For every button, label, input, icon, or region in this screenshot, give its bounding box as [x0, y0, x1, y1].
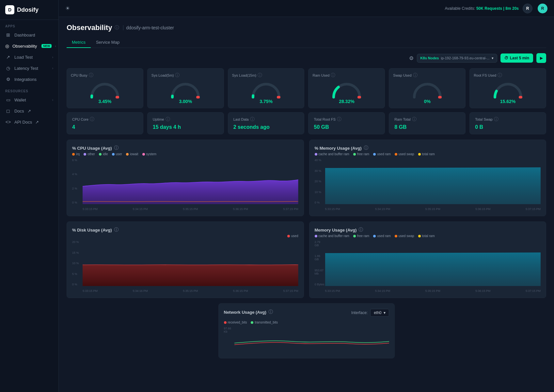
cluster-name: ddosify-arm-test-cluster — [123, 25, 174, 30]
sidebar-item-latency-test[interactable]: ◷Latency Test› — [0, 63, 58, 74]
sidebar-item-docs[interactable]: ◻Docs↗ — [0, 105, 58, 116]
sidebar-item-observability[interactable]: ◎ObservabilityNEW› — [0, 40, 58, 52]
total-swap-info-icon[interactable]: ⓘ — [494, 116, 499, 122]
info-card-last-data: Last Data ⓘ2 seconds ago — [228, 112, 305, 134]
interface-dropdown[interactable]: eth0 ▾ — [370, 309, 389, 317]
arrow-icon-load-test: › — [52, 55, 53, 59]
memory-abs-legend: cache and buffer ramfree ramused ramused… — [315, 234, 541, 238]
network-chart-body — [234, 327, 389, 346]
disk-chart-title: % Disk Usage (Avg) ⓘ — [72, 227, 298, 233]
received-dot — [224, 321, 227, 324]
cpu-busy-info-icon[interactable]: ⓘ — [89, 72, 93, 78]
tab-metrics[interactable]: Metrics — [67, 37, 91, 48]
gauge-card-sys-load-5m: Sys Load(5m) ⓘ3.00% — [147, 68, 224, 108]
cpu-chart-info-icon[interactable]: ⓘ — [114, 145, 119, 151]
gauge-value-swap-used: 0% — [424, 99, 431, 104]
sidebar-item-label-api-docs: API Docs — [14, 120, 32, 125]
dot-free ram — [353, 153, 356, 156]
gauge-row: CPU Busy ⓘ3.45%Sys Load(5m) ⓘ3.00%Sys Lo… — [67, 68, 546, 108]
sidebar-item-label-integrations: Integrations — [14, 77, 37, 82]
sidebar-item-wallet[interactable]: ▭Wallet› — [0, 94, 58, 105]
node-selector[interactable]: K8s Nodes ip-192-168-79-93.eu-central-..… — [417, 54, 497, 63]
dot-iowait — [126, 153, 129, 156]
sidebar-item-dashboard[interactable]: ⊞Dashboard — [0, 29, 58, 40]
memory-abs-xaxis: 5:33:15 PM 5:34:15 PM 5:35:15 PM 5:36:15… — [325, 289, 541, 293]
interface-selector: Interface: eth0 ▾ — [351, 309, 389, 317]
memory-abs-info-icon[interactable]: ⓘ — [358, 227, 363, 233]
network-info-icon[interactable]: ⓘ — [268, 309, 273, 315]
sidebar-item-integrations[interactable]: ⚙Integrations — [0, 74, 58, 85]
play-button[interactable]: ▶ — [536, 53, 546, 63]
mem-abs-legend-used-swap: used swap — [395, 234, 414, 238]
gauge-card-ram-used: Ram Used ⓘ28.32% — [308, 68, 385, 108]
gauge-value-root-fs-used: 15.62% — [500, 99, 515, 104]
cpu-chart-title: % CPU Usage (Avg) ⓘ — [72, 145, 298, 151]
memory-pct-chart-info-icon[interactable]: ⓘ — [364, 145, 368, 151]
tab-service-map[interactable]: Service Map — [91, 37, 125, 48]
node-selector-label: K8s Nodes — [420, 56, 439, 60]
last-data-info-icon[interactable]: ⓘ — [250, 116, 255, 122]
gauge-value-sys-load-15m: 3.75% — [260, 99, 273, 104]
page-info-icon[interactable]: ⓘ — [115, 25, 119, 31]
sidebar-item-label-wallet: Wallet — [14, 98, 26, 102]
gauge-svg-swap-used — [411, 81, 444, 99]
charts-row-1: % CPU Usage (Avg) ⓘ irqotheridleuseriowa… — [67, 140, 546, 216]
ram-used-info-icon[interactable]: ⓘ — [331, 72, 335, 78]
info-card-uptime: Uptime ⓘ15 days 4 h — [147, 112, 224, 134]
transmitted-dot — [251, 321, 253, 324]
time-range-button[interactable]: ⏱ Last 5 min — [500, 53, 533, 63]
disk-xaxis: 5:33:15 PM 5:34:16 PM 5:35:15 PM 5:36:15… — [83, 289, 298, 293]
cpu-chart-svg — [83, 158, 298, 204]
network-yaxis: 97.66 Kb — [224, 327, 234, 346]
sun-icon[interactable]: ☀ — [65, 5, 70, 11]
external-link-icon-api-docs: ↗ — [35, 120, 39, 125]
uptime-info-icon[interactable]: ⓘ — [166, 116, 170, 122]
ram-total-info-icon[interactable]: ⓘ — [412, 116, 417, 122]
settings-button[interactable]: ⚙ — [409, 55, 414, 61]
cpu-legend-system: system — [142, 152, 157, 156]
disk-yaxis: 20 % 15 % 10 % 5 % 0 % — [72, 240, 82, 286]
root-fs-used-info-icon[interactable]: ⓘ — [498, 72, 502, 78]
credits-value: 50K Requests | 8m 20s — [476, 6, 519, 11]
load-test-icon: ↗ — [5, 54, 11, 60]
cpu-chart-body — [83, 158, 298, 204]
info-card-cpu-core: CPU Core ⓘ4 — [67, 112, 143, 134]
memory-abs-chart-svg — [325, 240, 541, 286]
chevron-down-icon: ▾ — [492, 56, 494, 60]
gauge-svg-ram-used — [330, 81, 363, 99]
gauge-svg-sys-load-5m — [169, 81, 202, 99]
swap-used-info-icon[interactable]: ⓘ — [413, 72, 418, 78]
gauge-card-sys-load-15m: Sys Load(15m) ⓘ3.75% — [228, 68, 305, 108]
mem-abs-legend-cache-and-buffer-ram: cache and buffer ram — [315, 234, 349, 238]
disk-chart-info-icon[interactable]: ⓘ — [114, 227, 119, 233]
sidebar-item-api-docs[interactable]: <>API Docs↗ — [0, 116, 58, 128]
dot-free ram — [353, 235, 356, 237]
credits-display: Available Credits: 50K Requests | 8m 20s — [445, 6, 519, 11]
page-title: Observability — [67, 23, 112, 32]
logo-icon: D — [5, 5, 14, 14]
cpu-legend-iowait: iowait — [126, 152, 138, 156]
info-card-value-total-root-fs: 50 GB — [314, 124, 379, 130]
arrow-icon-latency-test: › — [52, 67, 53, 70]
info-card-ram-total: Ram Total ⓘ8 GB — [389, 112, 466, 134]
info-card-title-ram-total: Ram Total ⓘ — [394, 116, 460, 122]
arrow-icon-wallet: › — [52, 98, 53, 102]
total-root-fs-info-icon[interactable]: ⓘ — [337, 116, 341, 122]
sidebar-item-load-test[interactable]: ↗Load Test› — [0, 52, 58, 63]
cpu-core-info-icon[interactable]: ⓘ — [90, 116, 94, 122]
cpu-legend-user: user — [112, 152, 122, 156]
page-content: Observability ⓘ ddosify-arm-test-cluster… — [59, 17, 554, 392]
sys-load-15m-info-icon[interactable]: ⓘ — [258, 72, 262, 78]
info-card-title-total-swap: Total Swap ⓘ — [475, 116, 541, 122]
arrow-icon-observability: › — [55, 44, 56, 48]
info-card-title-last-data: Last Data ⓘ — [233, 116, 299, 122]
dot-used swap — [395, 235, 397, 237]
sys-load-5m-info-icon[interactable]: ⓘ — [175, 72, 180, 78]
gauge-title-swap-used: Swap Used ⓘ — [393, 72, 417, 78]
user-avatar[interactable]: R — [538, 4, 547, 13]
interface-chevron-icon: ▾ — [384, 310, 386, 315]
external-link-icon-docs: ↗ — [27, 109, 31, 113]
sidebar-nav: APPS⊞Dashboard◎ObservabilityNEW›↗Load Te… — [0, 20, 58, 128]
cpu-chart-area: 6 % 4 % 2 % 0 % — [72, 158, 298, 211]
mem-pct-legend-used-ram: used ram — [373, 152, 391, 156]
